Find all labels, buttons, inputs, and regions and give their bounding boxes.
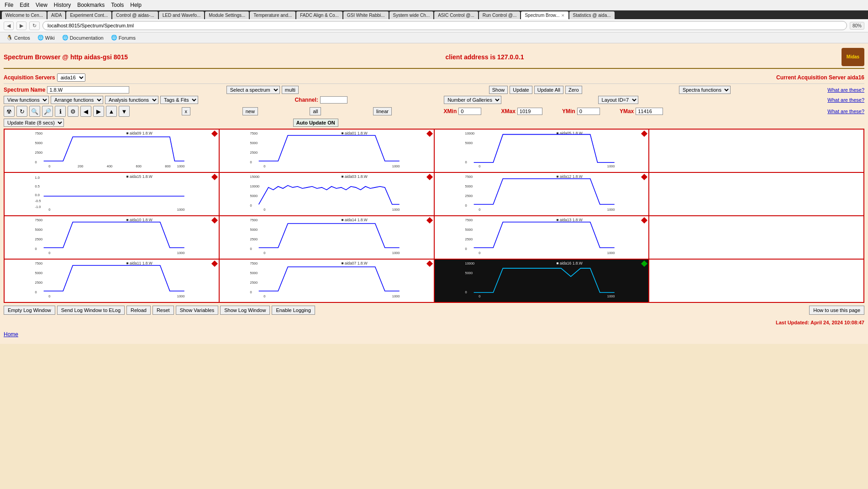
tab-gsi[interactable]: GSI White Rabbi... [343, 11, 389, 19]
send-log-elog-button[interactable]: Send Log Window to ELog [57, 306, 125, 315]
xmin-input[interactable] [458, 108, 481, 115]
bookmark-documentation[interactable]: 🌐 Documentation [59, 34, 106, 42]
refresh-button[interactable]: ↻ [29, 21, 40, 30]
forward-button[interactable]: ▶ [16, 21, 26, 30]
all-button[interactable]: all [310, 107, 321, 115]
tab-aida[interactable]: AIDA [47, 11, 65, 19]
zero-button[interactable]: Zero [565, 86, 582, 94]
down-icon-button[interactable]: ▼ [119, 106, 130, 117]
svg-text:10000: 10000 [465, 261, 474, 265]
acq-server-select[interactable]: aida16 [57, 73, 85, 82]
update-all-button[interactable]: Update All [534, 86, 563, 94]
arrange-functions-select[interactable]: Arrange functions [51, 96, 103, 104]
chart-aida10[interactable]: ■ aida10 1.8.W 7500 5000 2500 0 0 1000 [4, 216, 219, 259]
next-icon-button[interactable]: ▶ [93, 106, 104, 117]
bookmark-centos[interactable]: 🐧 Centos [4, 34, 33, 42]
tab-close-icon[interactable]: ✕ [561, 13, 565, 18]
radiation-icon-button[interactable]: ☢ [4, 106, 15, 117]
chart-aida13[interactable]: ■ aida13 1.8.W 7500 5000 2500 0 0 1000 [434, 216, 649, 259]
show-button[interactable]: Show [489, 86, 508, 94]
menu-edit[interactable]: Edit [17, 1, 32, 9]
tab-experiment[interactable]: Experiment Cont... [66, 11, 111, 19]
chart-aida14[interactable]: ■ aida14 1.8.W 7500 5000 2500 0 0 1000 [219, 216, 434, 259]
select-spectrum-select[interactable]: Select a spectrum [226, 86, 280, 94]
tab-welcome[interactable]: Welcome to Cen... [2, 11, 47, 19]
menu-bookmarks[interactable]: Bookmarks [74, 1, 107, 9]
view-functions-select[interactable]: View functions [4, 96, 49, 104]
bookmark-forums[interactable]: 🌐 Forums [108, 34, 138, 42]
update-button[interactable]: Update [510, 86, 532, 94]
layout-id-select[interactable]: Layout ID=7 [598, 96, 638, 104]
address-bar: ◀ ▶ ↻ 80% [0, 19, 868, 32]
spectrum-name-input[interactable] [47, 86, 129, 94]
multi-button[interactable]: multi [282, 86, 299, 94]
tab-led[interactable]: LED and Wavefo... [159, 11, 205, 19]
back-button[interactable]: ◀ [4, 21, 14, 30]
chart-aida15[interactable]: ■ aida15 1.8.W 1.0 0.5 0.0 -0.5 -1.0 0 1… [4, 172, 219, 216]
update-rate-select[interactable]: Update Rate (8 secs) [4, 119, 64, 127]
menu-view[interactable]: View [33, 1, 50, 9]
menu-help[interactable]: Help [127, 1, 144, 9]
reload-button[interactable]: Reload [126, 306, 151, 315]
ymax-input[interactable] [636, 108, 663, 115]
menu-tools[interactable]: Tools [108, 1, 126, 9]
menu-file[interactable]: File [2, 1, 16, 9]
zoom-in-icon-button[interactable]: 🔍 [29, 106, 40, 117]
num-galleries-select[interactable]: Number of Galleries [444, 96, 501, 104]
x-button[interactable]: x [182, 107, 191, 115]
show-log-window-button[interactable]: Show Log Window [220, 306, 270, 315]
ymin-input[interactable] [577, 108, 600, 115]
linear-button[interactable]: linear [373, 107, 392, 115]
svg-text:0: 0 [465, 160, 467, 164]
refresh-icon-button[interactable]: ↻ [16, 106, 27, 117]
menu-history[interactable]: History [51, 1, 74, 9]
chart-aida16[interactable]: ■ aida16 1.8.W 10000 5000 0 0 1000 [434, 259, 649, 302]
tab-syswide[interactable]: System wide Ch... [389, 11, 434, 19]
tab-module[interactable]: Module Settings... [205, 11, 249, 19]
info-icon-button[interactable]: ℹ [55, 106, 66, 117]
tabs-row: Welcome to Cen... AIDA Experiment Cont..… [0, 10, 868, 19]
chart-aida05[interactable]: ■ aida05 1.8.W 10000 5000 0 0 1000 [434, 129, 649, 172]
svg-text:2500: 2500 [35, 237, 43, 241]
settings-icon-button[interactable]: ⚙ [68, 106, 79, 117]
up-icon-button[interactable]: ▲ [106, 106, 117, 117]
analysis-functions-select[interactable]: Analysis functions [105, 96, 158, 104]
tags-fits-select[interactable]: Tags & Fits [160, 96, 198, 104]
how-use-page-button[interactable]: How to use this page [809, 306, 864, 315]
channel-input[interactable] [320, 96, 347, 104]
page-title: Spectrum Browser @ http aidas-gsi 8015 [4, 53, 128, 61]
tab-spectrum[interactable]: Spectrum Brow... ✕ [521, 11, 568, 19]
svg-text:1000: 1000 [607, 251, 615, 255]
chart-aida07[interactable]: ■ aida07 1.8.W 7500 5000 2500 0 0 1000 [219, 259, 434, 302]
spectra-functions-select[interactable]: Spectra functions [679, 86, 731, 94]
chart-aida09[interactable]: ■ aida09 1.8.W 7500 5000 2500 0 0 200 40… [4, 129, 219, 172]
home-link[interactable]: Home [4, 329, 18, 339]
svg-text:0: 0 [250, 203, 252, 208]
auto-update-button[interactable]: Auto Update ON [293, 119, 338, 127]
page-footer: Last Updated: April 24, 2024 10:08:47 [4, 317, 864, 328]
enable-logging-button[interactable]: Enable Logging [272, 306, 315, 315]
what-these-2[interactable]: What are these? [827, 97, 864, 103]
chart-aida12[interactable]: ■ aida12 1.8.W 7500 5000 2500 0 0 1000 [434, 172, 649, 216]
what-these-3[interactable]: What are these? [827, 109, 864, 114]
chart-aida03[interactable]: ■ aida03 1.8.W 15000 10000 5000 0 0 1000 [219, 172, 434, 216]
chart-aida01[interactable]: ■ aida01 1.8.W 7500 5000 2500 0 0 1000 [219, 129, 434, 172]
tab-runcontrol[interactable]: Run Control @... [479, 11, 521, 19]
tab-asic[interactable]: ASIC Control @... [434, 11, 478, 19]
tab-control[interactable]: Control @ aidas-... [112, 11, 158, 19]
zoom-out-icon-button[interactable]: 🔎 [42, 106, 53, 117]
xmax-input[interactable] [517, 108, 542, 115]
bookmark-wiki[interactable]: 🌐 Wiki [35, 34, 58, 42]
tab-temperature[interactable]: Temperature and... [250, 11, 295, 19]
address-input[interactable] [42, 21, 847, 30]
chart-aida11[interactable]: ■ aida11 1.8.W 7500 5000 2500 0 0 1000 [4, 259, 219, 302]
show-variables-button[interactable]: Show Variables [176, 306, 219, 315]
prev-icon-button[interactable]: ◀ [80, 106, 91, 117]
empty-log-window-button[interactable]: Empty Log Window [4, 306, 55, 315]
reset-button[interactable]: Reset [153, 306, 174, 315]
what-these-1[interactable]: What are these? [827, 87, 864, 93]
svg-text:7500: 7500 [35, 131, 43, 135]
new-button[interactable]: new [242, 107, 258, 115]
tab-fadc[interactable]: FADC Align & Co... [296, 11, 342, 19]
tab-statistics[interactable]: Statistics @ aida... [569, 11, 615, 19]
